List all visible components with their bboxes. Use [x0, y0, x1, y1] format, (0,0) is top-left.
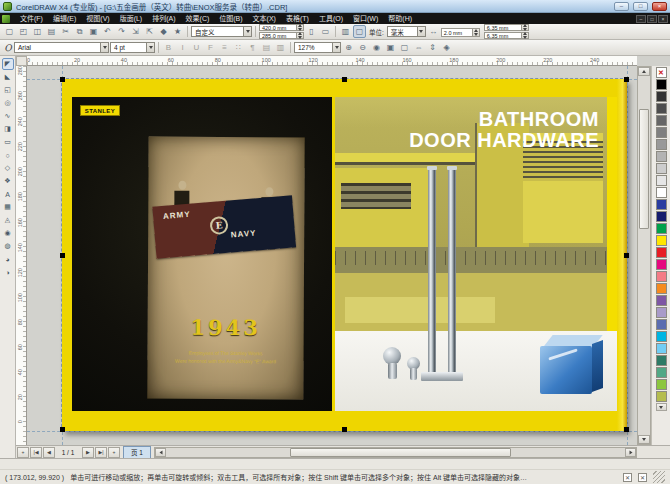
palette-swatch[interactable]	[656, 235, 667, 246]
selection-handle-s[interactable]	[342, 427, 347, 432]
stanley-logo[interactable]: STANLEY	[80, 105, 120, 116]
menu-item[interactable]: 位图(B)	[214, 13, 247, 24]
first-page-button[interactable]: |◀	[30, 447, 42, 458]
scroll-down-icon[interactable]	[638, 435, 650, 444]
guideline-bottom[interactable]	[27, 431, 637, 432]
scroll-right-icon[interactable]	[625, 448, 636, 457]
palette-swatch[interactable]	[656, 391, 667, 402]
drop-cap-icon[interactable]: ¶	[246, 41, 259, 54]
selection-handle-se[interactable]	[624, 427, 629, 432]
prev-page-button[interactable]: ◀	[43, 447, 55, 458]
selection-handle-nw[interactable]	[60, 77, 65, 82]
minimize-button[interactable]: –	[614, 2, 629, 11]
polygon-tool-icon[interactable]: ◇	[2, 162, 14, 174]
paste-icon[interactable]: ▣	[87, 25, 100, 38]
outline-pen-tool-icon[interactable]: ◍	[2, 240, 14, 252]
selection-handle-sw[interactable]	[60, 427, 65, 432]
horizontal-scrollbar[interactable]	[154, 447, 637, 458]
text-tool-icon[interactable]: A	[2, 188, 14, 200]
left-page-black-panel[interactable]: STANLEY ARMY NAVY E 1943 Employees of Th…	[72, 97, 332, 411]
paper-height-field[interactable]: 285.0 mm	[259, 32, 297, 39]
menu-item[interactable]: 表格(T)	[281, 13, 314, 24]
duplicate-x-field[interactable]: 6.35 mm	[484, 24, 522, 31]
resize-grip[interactable]	[653, 471, 665, 483]
chevron-down-icon[interactable]	[243, 26, 252, 37]
outline-color-indicator[interactable]: ✕	[638, 473, 647, 482]
zoom-out-icon[interactable]: ⊖	[356, 41, 369, 54]
shape-tool-icon[interactable]: ◣	[2, 71, 14, 83]
nudge-offset-field[interactable]: 2.0 mm	[441, 28, 473, 37]
nudge-spinner[interactable]	[473, 28, 480, 37]
align-icon[interactable]: ≡	[218, 41, 231, 54]
vertical-scrollbar[interactable]	[637, 66, 651, 445]
brochure-spread-object[interactable]: STANLEY ARMY NAVY E 1943 Employees of Th…	[62, 79, 627, 431]
palette-swatch[interactable]	[656, 175, 667, 186]
menu-item[interactable]: 帮助(H)	[383, 13, 417, 24]
horizontal-scroll-thumb[interactable]	[290, 448, 511, 457]
palette-swatch[interactable]	[656, 79, 667, 90]
bullets-icon[interactable]: ∷	[232, 41, 245, 54]
export-icon[interactable]: ⇱	[143, 25, 156, 38]
cut-icon[interactable]: ✂	[59, 25, 72, 38]
redo-icon[interactable]: ↷	[115, 25, 128, 38]
zoom-in-icon[interactable]: ⊕	[342, 41, 355, 54]
smart-fill-tool-icon[interactable]: ◨	[2, 123, 14, 135]
scroll-up-icon[interactable]	[638, 67, 650, 76]
table-tool-icon[interactable]: ▦	[2, 201, 14, 213]
pick-tool-icon[interactable]: ◤	[2, 58, 14, 70]
palette-swatch[interactable]	[656, 271, 667, 282]
scroll-left-icon[interactable]	[155, 448, 166, 457]
chevron-down-icon[interactable]	[100, 42, 109, 53]
palette-swatch[interactable]	[656, 103, 667, 114]
character-formatting-icon[interactable]: F	[204, 41, 217, 54]
drawing-canvas[interactable]: STANLEY ARMY NAVY E 1943 Employees of Th…	[27, 66, 637, 445]
units-combo[interactable]: 毫米	[387, 26, 426, 37]
palette-swatch[interactable]	[656, 355, 667, 366]
font-name-combo[interactable]: Arial	[14, 42, 109, 53]
vertical-scroll-thumb[interactable]	[639, 109, 649, 229]
selection-handle-e[interactable]	[624, 253, 629, 258]
zoom-height-icon[interactable]: ⇕	[426, 41, 439, 54]
import-icon[interactable]: ⇲	[129, 25, 142, 38]
vintage-poster[interactable]: ARMY NAVY E 1943 Employees of The Stanle…	[147, 137, 304, 400]
chevron-down-icon[interactable]	[146, 42, 155, 53]
zoom-level-combo[interactable]: 127%	[294, 42, 341, 53]
text-frame-icon[interactable]: ▥	[274, 41, 287, 54]
last-page-button[interactable]: ▶|	[95, 447, 107, 458]
right-page-photo-panel[interactable]: BATHROOM DOOR HARDWARE	[335, 97, 617, 411]
palette-swatch[interactable]	[656, 91, 667, 102]
vertical-ruler[interactable]: 280260240220200180160140120100806040200	[16, 66, 27, 445]
page-tab[interactable]: 页 1	[123, 446, 151, 458]
crop-tool-icon[interactable]: ◱	[2, 84, 14, 96]
palette-swatch[interactable]	[656, 379, 667, 390]
palette-swatch[interactable]	[656, 187, 667, 198]
ruler-origin-button[interactable]	[16, 56, 27, 66]
menu-item[interactable]: 排列(A)	[147, 13, 180, 24]
pan-icon[interactable]: ◈	[440, 41, 453, 54]
portrait-icon[interactable]: ▯	[305, 25, 318, 38]
zoom-width-icon[interactable]: ⇔	[412, 41, 425, 54]
menu-item[interactable]: 编辑(E)	[48, 13, 81, 24]
next-page-button[interactable]: ▶	[82, 447, 94, 458]
landscape-icon[interactable]: ▭	[319, 25, 332, 38]
palette-swatch[interactable]	[656, 307, 667, 318]
freehand-tool-icon[interactable]: ∿	[2, 110, 14, 122]
selection-handle-ne[interactable]	[624, 77, 629, 82]
bold-icon[interactable]: B	[162, 41, 175, 54]
zoom-page-icon[interactable]: ▢	[398, 41, 411, 54]
menu-item[interactable]: 窗口(W)	[348, 13, 383, 24]
add-page-button-end[interactable]: +	[108, 447, 120, 458]
palette-swatch[interactable]	[656, 127, 667, 138]
fill-color-indicator[interactable]: ✕	[623, 473, 632, 482]
palette-swatch[interactable]	[656, 211, 667, 222]
paper-height-spinner[interactable]	[297, 32, 304, 39]
underline-icon[interactable]: U	[190, 41, 203, 54]
maximize-button[interactable]: □	[633, 2, 648, 11]
zoom-levels-combo[interactable]: 自定义	[191, 26, 252, 37]
no-color-swatch[interactable]: ✕	[656, 67, 667, 78]
duplicate-y-spinner[interactable]	[522, 32, 529, 39]
palette-swatch[interactable]	[656, 151, 667, 162]
new-icon[interactable]: ▢	[3, 25, 16, 38]
selection-handle-w[interactable]	[60, 253, 65, 258]
paper-width-field[interactable]: 420.0 mm	[259, 24, 297, 31]
